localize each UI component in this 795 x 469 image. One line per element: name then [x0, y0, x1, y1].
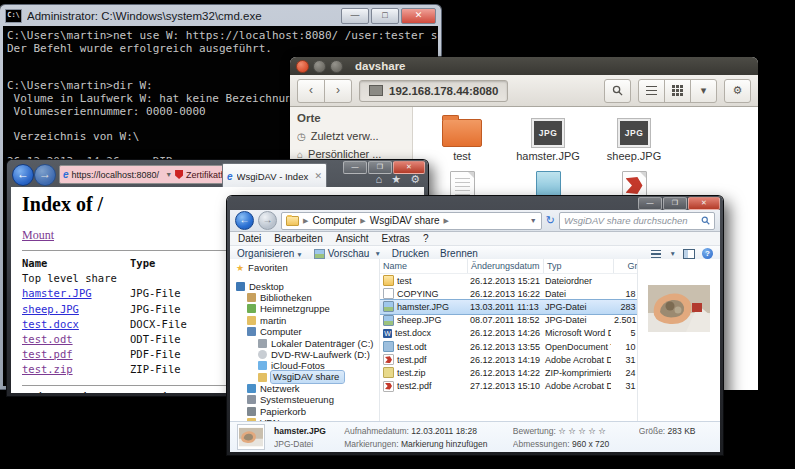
column-name: Name	[22, 256, 130, 271]
sidebar-item-systemsteuerung[interactable]: Systemsteuerung	[236, 394, 379, 405]
search-icon	[612, 85, 623, 96]
change-view-icon[interactable]	[651, 250, 661, 258]
address-dropdown-icon[interactable]: ▼	[530, 217, 537, 224]
forward-button[interactable]: →	[258, 211, 277, 230]
back-button[interactable]: ←	[12, 164, 34, 186]
url-text: https://localhost:8080/	[72, 170, 160, 180]
sidebar-item-desktop[interactable]: Desktop	[236, 280, 379, 291]
sidebar-item-favoriten[interactable]: ★Favoriten	[236, 262, 379, 273]
table-row[interactable]: test2.pdf27.12.2013 15:10Adobe Acrobat D…	[380, 380, 637, 393]
table-row[interactable]: sheep.JPG08.07.2011 18:52JPG-Datei2.501 …	[380, 314, 637, 327]
close-button[interactable]: ✕	[688, 197, 720, 210]
search-dropdown-icon[interactable]: ▼	[165, 171, 172, 178]
menu-ansicht[interactable]: Ansicht	[336, 233, 369, 244]
minimize-button[interactable]	[313, 60, 326, 73]
sidebar-item-bibliotheken[interactable]: Bibliotheken	[236, 292, 379, 303]
forward-button[interactable]: →	[34, 164, 56, 186]
sidebar-item-icloud-fotos[interactable]: iCloud-Fotos	[236, 360, 379, 371]
table-row[interactable]: test.pdf26.12.2013 14:19Adobe Acrobat D.…	[380, 353, 637, 366]
maximize-button[interactable]: □	[371, 8, 399, 24]
breadcrumb-computer[interactable]: Computer	[312, 215, 356, 226]
preview-button[interactable]: Vorschau▼	[314, 248, 381, 259]
file-link[interactable]: test.zip	[22, 363, 73, 375]
list-view-button[interactable]	[638, 79, 665, 103]
chevron-down-icon: ▼	[296, 251, 302, 258]
chevron-right-icon: ▶	[444, 217, 449, 225]
back-button[interactable]: ‹	[297, 79, 325, 103]
search-button[interactable]	[604, 79, 631, 103]
refresh-icon[interactable]: ↻	[546, 214, 555, 227]
maximize-button[interactable]: ❐	[663, 197, 687, 210]
file-link[interactable]: test.docx	[22, 318, 79, 330]
home-icon[interactable]: ⌂	[376, 173, 383, 186]
column-header-date[interactable]: Änderungsdatum	[468, 259, 544, 273]
minimize-button[interactable]: —	[341, 8, 369, 24]
back-button[interactable]: ←	[235, 211, 254, 230]
minimize-button[interactable]: —	[638, 197, 662, 210]
forward-button[interactable]: ›	[324, 79, 352, 103]
preview-pane-icon[interactable]	[683, 249, 695, 259]
sidebar-item-heimnetzgruppe[interactable]: Heimnetzgruppe	[236, 303, 379, 314]
table-row[interactable]: test26.12.2013 15:21Dateiordner	[380, 274, 637, 287]
table-row-selected[interactable]: hamster.JPG13.03.2011 11:13JPG-Datei283 …	[380, 300, 637, 313]
computer-icon	[247, 327, 256, 336]
file-item-test[interactable]: test	[419, 115, 505, 162]
help-icon[interactable]: ?	[702, 248, 713, 259]
sidebar-item-netzwerk[interactable]: Netzwerk	[236, 383, 379, 394]
column-header-size[interactable]: Größe	[614, 259, 637, 273]
mount-link[interactable]: Mount	[22, 228, 54, 242]
print-button[interactable]: Drucken	[392, 248, 429, 259]
column-header-name[interactable]: Name	[380, 259, 468, 273]
explorer-titlebar[interactable]: — ❐ ✕	[227, 196, 723, 210]
menu-bearbeiten[interactable]: Bearbeiten	[274, 233, 322, 244]
grid-view-button[interactable]	[664, 79, 691, 103]
sidebar-item-local-disk-c[interactable]: Lokaler Datenträger (C:)	[236, 337, 379, 348]
burn-button[interactable]: Brennen	[440, 248, 478, 259]
add-tag-link[interactable]: Markierung hinzufügen	[401, 439, 487, 449]
table-row[interactable]: test.zip26.12.2013 14:22ZIP-komprimierte…	[380, 366, 637, 379]
file-link[interactable]: test.pdf	[22, 348, 73, 360]
file-item-sheep[interactable]: sheep.JPG	[591, 115, 677, 162]
close-button[interactable]: ✕	[401, 8, 436, 24]
sidebar-item-wsgidav-share[interactable]: WsgiDAV share	[236, 372, 379, 383]
organize-button[interactable]: Organisieren▼	[237, 248, 303, 259]
menu-help[interactable]: ?	[423, 233, 429, 244]
sidebar-item-dvd-drive-d[interactable]: DVD-RW-Laufwerk (D:)	[236, 349, 379, 360]
rating-stars[interactable]: ☆ ☆ ☆ ☆ ☆	[558, 426, 606, 436]
table-row[interactable]: COPYING26.12.2013 16:22Datei18 KB	[380, 287, 637, 300]
file-item-hamster[interactable]: hamster.JPG	[505, 115, 591, 162]
table-row[interactable]: test.docx26.12.2013 14:26Microsoft Word …	[380, 327, 637, 340]
home-icon: ⌂	[297, 149, 303, 160]
favorites-star-icon[interactable]: ★	[391, 173, 401, 186]
table-row[interactable]: test.odt26.12.2013 13:55OpenDocument T..…	[380, 340, 637, 353]
location-breadcrumb[interactable]: 192.168.178.44:8080	[359, 80, 508, 102]
address-bar[interactable]: e https://localhost:8080/ ▼ Zertifikatfe…	[59, 165, 233, 184]
minimize-button[interactable]: —	[343, 161, 367, 174]
sidebar-item-home[interactable]: ⌂ Persönlicher ...	[297, 148, 405, 160]
cmd-titlebar[interactable]: Administrator: C:\Windows\system32\cmd.e…	[0, 5, 441, 26]
tab-close-icon[interactable]: ✕	[314, 171, 322, 181]
sidebar-item-computer[interactable]: Computer	[236, 326, 379, 337]
odt-file-icon	[383, 341, 394, 352]
browser-tab[interactable]: e WsgiDAV - Index of / ✕	[222, 163, 327, 188]
sidebar-item-recent[interactable]: ◷ Zuletzt verw...	[297, 130, 405, 142]
close-button[interactable]	[296, 60, 309, 73]
file-link[interactable]: hamster.JPG	[22, 287, 92, 299]
navigation-sidebar: ★Favoriten Desktop Bibliotheken Heimnetz…	[230, 259, 380, 422]
breadcrumb[interactable]: ▶ Computer ▶ WsgiDAV share ▶ ▼	[281, 212, 542, 230]
nautilus-titlebar[interactable]: davshare	[290, 57, 758, 75]
column-header-type[interactable]: Typ	[544, 259, 614, 273]
search-box[interactable]: WsgiDAV share durchsuchen	[559, 212, 715, 230]
breadcrumb-wsgidav-share[interactable]: WsgiDAV share	[370, 215, 440, 226]
sidebar-item-martin[interactable]: martin	[236, 315, 379, 326]
sidebar-item-papierkorb[interactable]: Papierkorb	[236, 406, 379, 417]
menu-extras[interactable]: Extras	[382, 233, 410, 244]
menu-datei[interactable]: Datei	[238, 233, 261, 244]
gear-menu-button[interactable]: ⚙	[724, 79, 751, 103]
view-options-button[interactable]: ▾	[690, 79, 717, 103]
file-link[interactable]: sheep.JPG	[22, 303, 79, 315]
maximize-button[interactable]	[330, 60, 343, 73]
file-link[interactable]: test.odt	[22, 333, 73, 345]
settings-gear-icon[interactable]: ⚙	[410, 173, 420, 186]
chevron-down-icon[interactable]: ▼	[670, 250, 676, 257]
